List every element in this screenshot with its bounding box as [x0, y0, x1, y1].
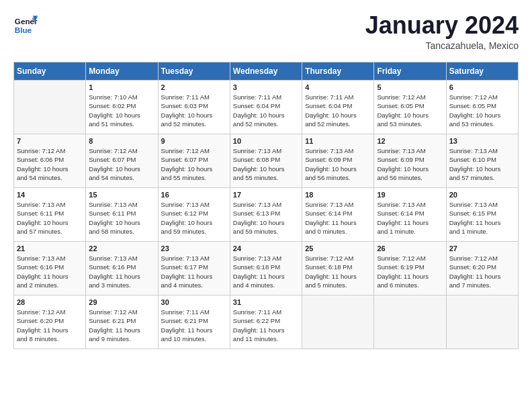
day-number: 19 [377, 191, 443, 199]
table-row: 23Sunrise: 7:13 AM Sunset: 6:17 PM Dayli… [158, 242, 230, 295]
day-number: 15 [89, 191, 154, 199]
day-header-monday: Monday [86, 62, 158, 81]
day-info: Sunrise: 7:13 AM Sunset: 6:14 PM Dayligh… [377, 200, 443, 236]
day-number: 1 [89, 83, 154, 91]
day-number: 12 [377, 137, 443, 145]
table-row: 1Sunrise: 7:10 AM Sunset: 6:02 PM Daylig… [86, 81, 158, 134]
day-number: 29 [89, 298, 154, 306]
table-row: 15Sunrise: 7:13 AM Sunset: 6:11 PM Dayli… [86, 188, 158, 242]
day-info: Sunrise: 7:13 AM Sunset: 6:13 PM Dayligh… [233, 200, 299, 236]
day-number: 9 [161, 137, 227, 145]
day-number: 30 [161, 298, 227, 306]
day-info: Sunrise: 7:11 AM Sunset: 6:22 PM Dayligh… [233, 308, 299, 343]
day-info: Sunrise: 7:12 AM Sunset: 6:19 PM Dayligh… [377, 254, 443, 289]
day-number: 5 [377, 83, 443, 91]
table-row: 26Sunrise: 7:12 AM Sunset: 6:19 PM Dayli… [374, 242, 446, 295]
day-number: 25 [305, 244, 371, 253]
table-row: 3Sunrise: 7:11 AM Sunset: 6:04 PM Daylig… [230, 81, 302, 134]
table-row: 30Sunrise: 7:11 AM Sunset: 6:21 PM Dayli… [158, 295, 230, 349]
day-info: Sunrise: 7:13 AM Sunset: 6:10 PM Dayligh… [449, 146, 515, 182]
day-number: 2 [161, 83, 227, 91]
calendar-week-2: 7Sunrise: 7:12 AM Sunset: 6:06 PM Daylig… [14, 134, 519, 188]
table-row [446, 295, 518, 349]
day-number: 14 [17, 191, 83, 199]
day-header-friday: Friday [374, 62, 446, 81]
table-row: 20Sunrise: 7:13 AM Sunset: 6:15 PM Dayli… [446, 188, 518, 242]
table-row: 19Sunrise: 7:13 AM Sunset: 6:14 PM Dayli… [374, 188, 446, 242]
day-number: 13 [449, 137, 515, 145]
table-row: 17Sunrise: 7:13 AM Sunset: 6:13 PM Dayli… [230, 188, 302, 242]
day-number: 18 [305, 191, 371, 199]
day-info: Sunrise: 7:13 AM Sunset: 6:11 PM Dayligh… [17, 200, 83, 236]
table-row: 16Sunrise: 7:13 AM Sunset: 6:12 PM Dayli… [158, 188, 230, 242]
day-info: Sunrise: 7:12 AM Sunset: 6:07 PM Dayligh… [161, 146, 227, 182]
day-info: Sunrise: 7:13 AM Sunset: 6:17 PM Dayligh… [161, 254, 227, 289]
day-info: Sunrise: 7:13 AM Sunset: 6:16 PM Dayligh… [89, 254, 154, 289]
day-header-thursday: Thursday [302, 62, 374, 81]
calendar-header-row: SundayMondayTuesdayWednesdayThursdayFrid… [14, 62, 519, 81]
day-info: Sunrise: 7:11 AM Sunset: 6:04 PM Dayligh… [305, 93, 371, 128]
svg-text:Blue: Blue [15, 26, 32, 34]
table-row: 13Sunrise: 7:13 AM Sunset: 6:10 PM Dayli… [446, 134, 518, 188]
table-row: 28Sunrise: 7:12 AM Sunset: 6:20 PM Dayli… [14, 295, 86, 349]
day-info: Sunrise: 7:11 AM Sunset: 6:03 PM Dayligh… [161, 93, 227, 128]
table-row [374, 295, 446, 349]
day-info: Sunrise: 7:11 AM Sunset: 6:04 PM Dayligh… [233, 93, 299, 128]
page-header: General Blue January 2024 Tancazahuela, … [13, 13, 519, 51]
calendar-week-3: 14Sunrise: 7:13 AM Sunset: 6:11 PM Dayli… [14, 188, 519, 242]
table-row: 2Sunrise: 7:11 AM Sunset: 6:03 PM Daylig… [158, 81, 230, 134]
day-number: 4 [305, 83, 371, 91]
day-number: 24 [233, 244, 299, 253]
month-title: January 2024 [365, 13, 519, 38]
day-number: 27 [449, 244, 515, 253]
day-number: 26 [377, 244, 443, 253]
table-row: 14Sunrise: 7:13 AM Sunset: 6:11 PM Dayli… [14, 188, 86, 242]
day-info: Sunrise: 7:11 AM Sunset: 6:21 PM Dayligh… [161, 308, 227, 343]
day-info: Sunrise: 7:12 AM Sunset: 6:21 PM Dayligh… [89, 308, 154, 343]
table-row [302, 295, 374, 349]
table-row: 6Sunrise: 7:12 AM Sunset: 6:05 PM Daylig… [446, 81, 518, 134]
calendar-week-1: 1Sunrise: 7:10 AM Sunset: 6:02 PM Daylig… [14, 81, 519, 134]
day-info: Sunrise: 7:13 AM Sunset: 6:15 PM Dayligh… [449, 200, 515, 236]
location: Tancazahuela, Mexico [365, 40, 519, 51]
day-info: Sunrise: 7:12 AM Sunset: 6:18 PM Dayligh… [305, 254, 371, 289]
day-info: Sunrise: 7:12 AM Sunset: 6:07 PM Dayligh… [89, 146, 154, 182]
calendar-week-4: 21Sunrise: 7:13 AM Sunset: 6:16 PM Dayli… [14, 242, 519, 295]
logo: General Blue [13, 13, 38, 38]
day-header-wednesday: Wednesday [230, 62, 302, 81]
day-info: Sunrise: 7:10 AM Sunset: 6:02 PM Dayligh… [89, 93, 154, 128]
table-row: 29Sunrise: 7:12 AM Sunset: 6:21 PM Dayli… [86, 295, 158, 349]
table-row: 18Sunrise: 7:13 AM Sunset: 6:14 PM Dayli… [302, 188, 374, 242]
day-info: Sunrise: 7:12 AM Sunset: 6:06 PM Dayligh… [17, 146, 83, 182]
day-info: Sunrise: 7:12 AM Sunset: 6:05 PM Dayligh… [449, 93, 515, 128]
table-row: 31Sunrise: 7:11 AM Sunset: 6:22 PM Dayli… [230, 295, 302, 349]
table-row: 21Sunrise: 7:13 AM Sunset: 6:16 PM Dayli… [14, 242, 86, 295]
table-row: 25Sunrise: 7:12 AM Sunset: 6:18 PM Dayli… [302, 242, 374, 295]
day-number: 28 [17, 298, 83, 306]
day-info: Sunrise: 7:13 AM Sunset: 6:09 PM Dayligh… [377, 146, 443, 182]
day-info: Sunrise: 7:13 AM Sunset: 6:16 PM Dayligh… [17, 254, 83, 289]
day-number: 3 [233, 83, 299, 91]
table-row: 22Sunrise: 7:13 AM Sunset: 6:16 PM Dayli… [86, 242, 158, 295]
table-row: 11Sunrise: 7:13 AM Sunset: 6:09 PM Dayli… [302, 134, 374, 188]
day-number: 31 [233, 298, 299, 306]
day-number: 17 [233, 191, 299, 199]
table-row: 5Sunrise: 7:12 AM Sunset: 6:05 PM Daylig… [374, 81, 446, 134]
calendar-table: SundayMondayTuesdayWednesdayThursdayFrid… [13, 62, 519, 349]
day-info: Sunrise: 7:12 AM Sunset: 6:20 PM Dayligh… [17, 308, 83, 343]
day-info: Sunrise: 7:12 AM Sunset: 6:20 PM Dayligh… [449, 254, 515, 289]
day-number: 23 [161, 244, 227, 253]
logo-icon: General Blue [13, 13, 38, 38]
day-info: Sunrise: 7:13 AM Sunset: 6:09 PM Dayligh… [305, 146, 371, 182]
day-number: 22 [89, 244, 154, 253]
day-header-saturday: Saturday [446, 62, 518, 81]
table-row: 24Sunrise: 7:13 AM Sunset: 6:18 PM Dayli… [230, 242, 302, 295]
day-number: 20 [449, 191, 515, 199]
day-info: Sunrise: 7:13 AM Sunset: 6:18 PM Dayligh… [233, 254, 299, 289]
calendar-body: 1Sunrise: 7:10 AM Sunset: 6:02 PM Daylig… [14, 81, 519, 349]
table-row: 7Sunrise: 7:12 AM Sunset: 6:06 PM Daylig… [14, 134, 86, 188]
day-number: 16 [161, 191, 227, 199]
day-info: Sunrise: 7:13 AM Sunset: 6:11 PM Dayligh… [89, 200, 154, 236]
calendar-week-5: 28Sunrise: 7:12 AM Sunset: 6:20 PM Dayli… [14, 295, 519, 349]
table-row: 4Sunrise: 7:11 AM Sunset: 6:04 PM Daylig… [302, 81, 374, 134]
